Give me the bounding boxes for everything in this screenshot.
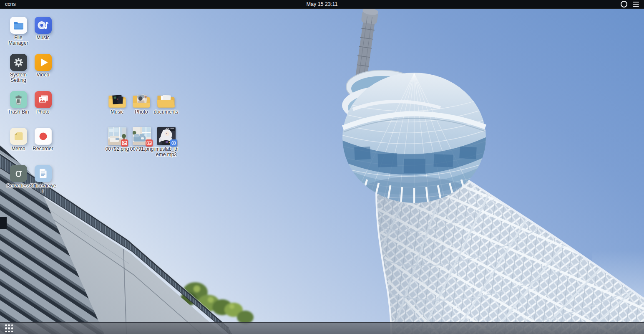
taskbar — [0, 322, 644, 334]
desktop-icon-officeviewer[interactable]: OfficeViewer — [30, 165, 56, 194]
record-dot-icon — [35, 128, 52, 145]
desktop-icon-trash-bin[interactable]: Trash Bin — [5, 91, 32, 115]
icon-label: File Manager — [5, 35, 32, 46]
file-label: 00792.png — [106, 147, 129, 152]
icon-label: OfficeViewer — [30, 183, 56, 194]
icon-label: Trash Bin — [8, 109, 29, 115]
hostname-label: ccns — [5, 1, 16, 7]
file-manager-icon — [10, 17, 27, 34]
icon-label: Memo — [11, 146, 25, 152]
folder-label: Music — [111, 109, 123, 115]
trash-icon — [10, 91, 27, 108]
icon-label: Video — [37, 72, 49, 78]
svg-text:σ: σ — [15, 167, 22, 180]
photo-app-icon — [35, 91, 52, 108]
clock-label: May 15 23:11 — [0, 1, 644, 7]
desktop-folder-music[interactable]: Music — [104, 93, 131, 115]
gear-icon — [10, 54, 27, 71]
icon-label: Music — [36, 35, 49, 40]
desktop-file-00792-png[interactable]: 00792.png — [104, 127, 131, 152]
desktop-icon-recorder[interactable]: Recorder — [30, 128, 56, 152]
folder-icon — [132, 93, 151, 108]
icon-label: Photo — [36, 109, 49, 115]
open-folder-icon — [156, 93, 176, 108]
icon-label: Recorder — [33, 146, 53, 152]
top-bar: ccns May 15 23:11 — [0, 0, 644, 9]
desktop-icon-photo-app[interactable]: Photo — [30, 91, 56, 115]
loading-circle-icon[interactable] — [621, 1, 627, 8]
file-label: 00791.png — [130, 147, 154, 152]
desktop-file-imuslab-theme-mp3[interactable]: imuslab_theme.mp3 — [153, 127, 180, 157]
sticky-note-icon — [10, 128, 27, 145]
desktop-folder-photo[interactable]: Photo — [128, 93, 155, 115]
play-icon — [35, 54, 52, 71]
desktop-icon-system-setting[interactable]: System Setting — [5, 54, 32, 83]
topbar-icons — [621, 1, 639, 8]
folder-label: documents — [154, 109, 179, 115]
sigma-icon: σ — [10, 165, 27, 182]
desktop-icon-video[interactable]: Video — [30, 54, 56, 78]
desktop-icon-serverless[interactable]: σ Serverless — [5, 165, 32, 189]
document-icon — [35, 165, 52, 182]
desktop-icon-file-manager[interactable]: File Manager — [5, 17, 32, 46]
desktop-file-00791-png[interactable]: 00791.png — [128, 127, 155, 152]
desktop-screen: ccns May 15 23:11 File Manager Music — [0, 0, 644, 334]
music-app-icon — [35, 17, 52, 34]
desktop-icon-music-app[interactable]: Music — [30, 17, 56, 40]
folder-label: Photo — [135, 109, 148, 115]
desktop-folder-documents[interactable]: documents — [153, 93, 179, 115]
folder-icon — [108, 93, 127, 108]
icon-label: Serverless — [7, 183, 30, 189]
desktop-icon-memo[interactable]: Memo — [5, 128, 32, 152]
wallpaper-skytree-photo — [0, 0, 644, 334]
audio-badge-icon — [170, 139, 177, 147]
icon-label: System Setting — [5, 72, 32, 83]
menu-icon[interactable] — [633, 2, 639, 7]
app-launcher-button[interactable] — [5, 324, 13, 332]
file-label: imuslab_theme.mp3 — [153, 147, 180, 157]
image-badge-icon — [121, 139, 128, 147]
image-badge-icon — [146, 139, 153, 147]
app-grid-icon — [5, 324, 7, 326]
